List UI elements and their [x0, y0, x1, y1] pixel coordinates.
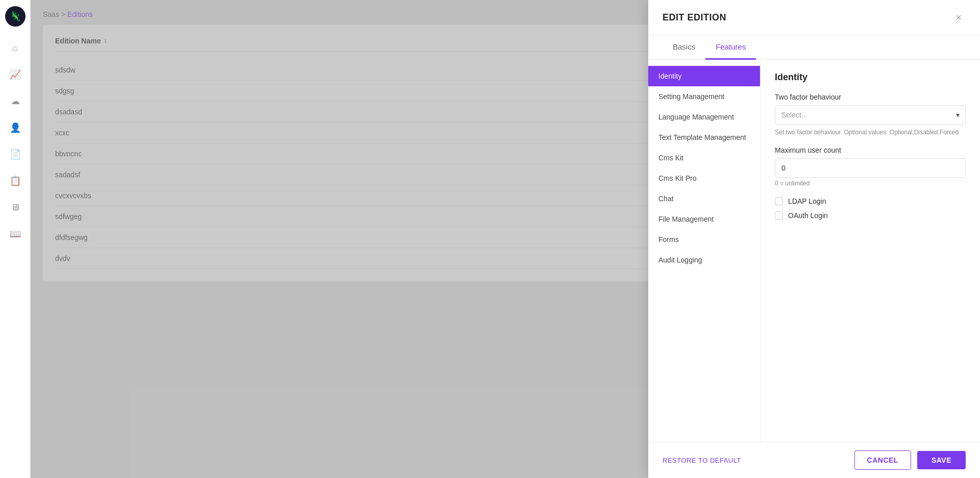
- ldap-checkbox[interactable]: [775, 197, 783, 205]
- two-factor-group: Two factor behaviour Select... Optional …: [775, 93, 966, 136]
- cancel-button[interactable]: CANCEL: [854, 450, 911, 470]
- feature-item-cms-kit-pro[interactable]: Cms Kit Pro: [648, 168, 760, 188]
- save-button[interactable]: SAVE: [917, 451, 966, 469]
- feature-item-identity[interactable]: Identity: [648, 66, 760, 86]
- chart-icon[interactable]: 📈: [6, 65, 24, 84]
- panel-title: EDIT EDITION: [663, 12, 726, 23]
- cloud-icon[interactable]: ☁: [6, 92, 24, 110]
- ldap-label: LDAP Login: [788, 197, 826, 205]
- tab-basics[interactable]: Basics: [663, 35, 705, 60]
- feature-list: IdentitySetting ManagementLanguage Manag…: [648, 60, 761, 442]
- oauth-checkbox[interactable]: [775, 211, 783, 220]
- max-user-input[interactable]: [775, 158, 966, 178]
- panel-body: IdentitySetting ManagementLanguage Manag…: [648, 60, 980, 442]
- app-logo[interactable]: 🦎: [5, 6, 26, 27]
- book-icon[interactable]: 📖: [6, 225, 24, 243]
- feature-item-setting-management[interactable]: Setting Management: [648, 86, 760, 107]
- file2-icon[interactable]: 📋: [6, 172, 24, 190]
- max-user-label: Maximum user count: [775, 146, 966, 154]
- user-icon[interactable]: 👤: [6, 118, 24, 137]
- feature-item-text-template-management[interactable]: Text Template Management: [648, 127, 760, 148]
- oauth-login-row: OAuth Login: [775, 211, 966, 220]
- identity-section-title: Identity: [775, 72, 966, 83]
- feature-item-file-management[interactable]: File Management: [648, 209, 760, 229]
- sidebar: 🦎 ⌂ 📈 ☁ 👤 📄 📋 🖥 📖: [0, 0, 31, 478]
- panel-footer: RESTORE TO DEFAULT CANCEL SAVE: [648, 442, 980, 478]
- feature-item-chat[interactable]: Chat: [648, 188, 760, 209]
- feature-content: Identity Two factor behaviour Select... …: [761, 60, 980, 442]
- restore-to-default-button[interactable]: RESTORE TO DEFAULT: [663, 457, 741, 464]
- ldap-login-row: LDAP Login: [775, 197, 966, 205]
- max-user-group: Maximum user count 0 = unlimited: [775, 146, 966, 187]
- two-factor-select-wrapper: Select... Optional Disabled Forced ▾: [775, 105, 966, 125]
- panel-header: EDIT EDITION ×: [648, 0, 980, 35]
- server-icon[interactable]: 🖥: [6, 198, 24, 217]
- feature-item-forms[interactable]: Forms: [648, 229, 760, 250]
- tab-features[interactable]: Features: [705, 35, 756, 60]
- two-factor-label: Two factor behaviour: [775, 93, 966, 101]
- oauth-label: OAuth Login: [788, 211, 828, 220]
- feature-item-language-management[interactable]: Language Management: [648, 107, 760, 127]
- max-user-hint: 0 = unlimited: [775, 180, 966, 187]
- two-factor-hint: Set two factor behaviour. Optional value…: [775, 129, 966, 136]
- close-button[interactable]: ×: [951, 10, 966, 25]
- svg-text:🦎: 🦎: [10, 11, 21, 22]
- home-icon[interactable]: ⌂: [6, 39, 24, 57]
- feature-item-cms-kit[interactable]: Cms Kit: [648, 148, 760, 168]
- feature-item-audit-logging[interactable]: Audit Logging: [648, 250, 760, 270]
- two-factor-select[interactable]: Select... Optional Disabled Forced: [775, 105, 966, 125]
- tabs: Basics Features: [648, 35, 980, 60]
- file-icon[interactable]: 📄: [6, 145, 24, 163]
- edit-panel: EDIT EDITION × Basics Features IdentityS…: [648, 0, 980, 478]
